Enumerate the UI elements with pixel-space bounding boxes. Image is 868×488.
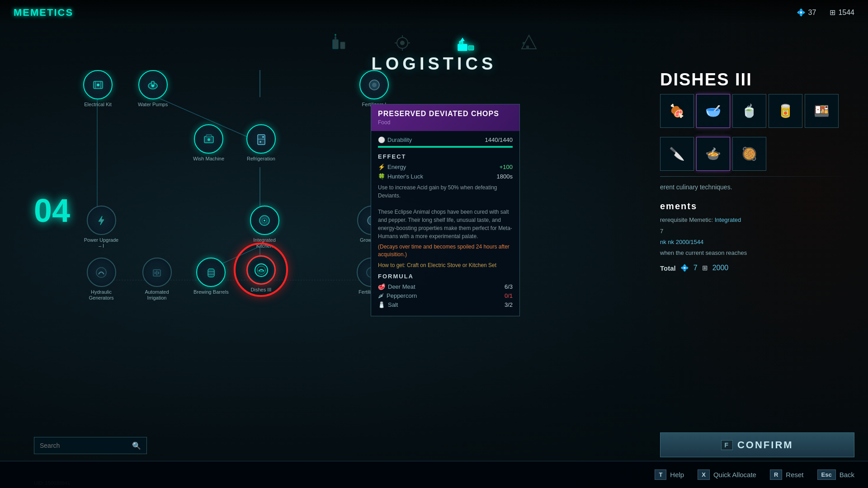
tab-category-4[interactable] <box>515 29 542 56</box>
food-thumb-1[interactable]: 🍖 <box>660 94 694 128</box>
node-label-wish-machine: Wish Machine <box>193 156 224 162</box>
search-bar[interactable]: 🔍 <box>34 437 147 454</box>
effect-luck-name: 🍀 Hunter's Luck <box>378 173 423 180</box>
action-reset[interactable]: R Reset <box>770 469 804 480</box>
total-season-icon: ⊞ <box>702 264 708 272</box>
node-fertilizers-i[interactable]: Fertilizers I <box>359 70 389 108</box>
node-water-pumps[interactable]: Water Pumps <box>138 70 168 108</box>
section-title: LOGISTICS <box>0 54 868 74</box>
deer-meat-icon: 🥩 <box>378 283 385 290</box>
confirm-button[interactable]: F CONFIRM <box>660 432 854 457</box>
ingredient-deer-meat-count: 6/3 <box>505 283 513 290</box>
decay-warning: (Decays over time and becomes spoiled 24… <box>378 243 513 258</box>
node-icon-auto-irrigation <box>142 258 172 287</box>
rank-label: 7 <box>660 228 663 235</box>
node-label-electrical-kit: Electrical Kit <box>84 102 112 108</box>
svg-rect-0 <box>333 40 338 49</box>
ingredient-peppercorn-name: 🌶 Peppercorn <box>378 292 417 299</box>
ingredient-deer-meat-name: 🥩 Deer Meat <box>378 283 415 290</box>
node-dishes-iii[interactable]: Dishes III <box>246 255 276 293</box>
svg-rect-11 <box>458 44 467 51</box>
food-thumb-3[interactable]: 🍵 <box>732 94 766 128</box>
rank-numbers: nk 2000/1544 <box>668 239 703 245</box>
node-power-upgrade[interactable]: Power Upgrade – I <box>83 206 119 249</box>
action-help[interactable]: T Help <box>655 469 684 480</box>
effect-energy-value: +100 <box>500 164 513 170</box>
food-thumb-5[interactable]: 🍱 <box>805 94 839 128</box>
svg-point-6 <box>400 41 405 45</box>
description-text: erent culinary techniques. <box>660 182 854 192</box>
energy-icon: ⚡ <box>378 164 385 170</box>
food-popup: PRESERVED DEVIATED CHOPS Food ⚪ Durabili… <box>371 104 520 316</box>
node-icon-wish-machine <box>194 124 223 154</box>
node-hydraulic-gen[interactable]: Hydraulic Generators <box>83 258 119 301</box>
node-wish-machine[interactable]: Wish Machine <box>193 124 224 162</box>
durability-fill <box>378 146 513 148</box>
node-label-hydraulic-gen: Hydraulic Generators <box>83 289 119 301</box>
top-bar: MEMETICS 💠 37 ⊞ 1544 <box>0 0 868 25</box>
search-input[interactable] <box>40 442 128 449</box>
durability-label: ⚪ Durability <box>378 136 412 143</box>
help-label: Help <box>670 471 684 479</box>
action-quick-allocate[interactable]: X Quick Allocate <box>698 469 756 480</box>
tech-tree: Electrical Kit Water Pumps Fertilizers I… <box>34 70 402 461</box>
svg-rect-14 <box>468 46 474 50</box>
search-icon: 🔍 <box>132 441 141 450</box>
food-thumb-8[interactable]: 🥘 <box>732 137 766 171</box>
ingredient-salt-name: 🧂 Salt <box>378 301 398 308</box>
durability-icon: ⚪ <box>378 136 385 143</box>
ingredient-salt-count: 3/2 <box>505 301 513 308</box>
svg-rect-37 <box>258 135 265 145</box>
svg-point-39 <box>262 136 264 138</box>
node-integrated-kitchen[interactable]: Integrated Kitchen <box>246 206 283 249</box>
effect-energy: ⚡ Energy +100 <box>378 164 513 170</box>
currency2-value: 1544 <box>838 9 854 17</box>
node-icon-power-upgrade <box>87 206 116 235</box>
svg-point-3 <box>335 34 336 36</box>
ingredient-peppercorn-count: 0/1 <box>505 292 513 299</box>
total-season-value: 2000 <box>712 264 729 272</box>
season-row: when the current season reaches <box>660 249 854 257</box>
tab-category-2[interactable] <box>389 29 416 56</box>
durability-row: ⚪ Durability 1440/1440 <box>378 136 513 143</box>
ingredient-salt: 🧂 Salt 3/2 <box>378 301 513 308</box>
node-refrigeration[interactable]: Refrigeration <box>246 124 276 162</box>
svg-point-52 <box>259 271 264 272</box>
formula-title: FORMULA <box>378 273 513 280</box>
food-thumb-4[interactable]: 🥫 <box>769 94 802 128</box>
svg-marker-13 <box>460 38 465 41</box>
node-brewing-barrels[interactable]: Brewing Barrels <box>193 258 229 295</box>
svg-point-28 <box>97 84 99 86</box>
svg-rect-12 <box>459 41 463 45</box>
node-electrical-kit[interactable]: Electrical Kit <box>83 70 113 108</box>
food-thumb-6[interactable]: 🔪 <box>660 137 694 171</box>
confirm-key: F <box>721 440 733 450</box>
food-thumb-7[interactable]: 🍲 <box>696 137 730 171</box>
food-items-row-1: 🍖 🥣 🍵 🥫 🍱 <box>660 94 854 128</box>
node-label-power-upgrade: Power Upgrade – I <box>83 237 119 249</box>
quick-allocate-label: Quick Allocate <box>713 471 756 479</box>
action-back[interactable]: Esc Back <box>817 469 855 480</box>
svg-point-31 <box>151 84 154 87</box>
svg-marker-40 <box>99 216 104 225</box>
food-thumb-2[interactable]: 🥣 <box>696 94 730 128</box>
durability-bar <box>378 146 513 148</box>
node-icon-hydraulic-gen <box>87 258 116 287</box>
tab-category-1[interactable] <box>326 29 353 56</box>
reset-label: Reset <box>786 471 803 479</box>
quick-allocate-key: X <box>698 469 710 480</box>
currency1-display: 💠 37 <box>797 8 816 17</box>
svg-point-36 <box>208 138 210 141</box>
game-title: MEMETICS <box>14 7 73 19</box>
node-auto-irrigation[interactable]: Automated Irrigation <box>139 258 175 301</box>
svg-rect-47 <box>208 269 214 277</box>
node-icon-water-pumps <box>138 70 168 99</box>
effect-hunters-luck: 🍀 Hunter's Luck 1800s <box>378 173 513 180</box>
node-icon-dishes-iii <box>246 255 276 285</box>
food-popup-title: PRESERVED DEVIATED CHOPS <box>378 110 513 118</box>
level-badge: 04 <box>34 194 70 227</box>
food-description: Use to increase Acid gain by 50% when de… <box>378 183 513 240</box>
svg-rect-4 <box>340 42 345 49</box>
right-content-panel: DISHES III 🍖 🥣 🍵 🥫 🍱 🔪 🍲 🥘 erent culinar… <box>660 70 854 272</box>
tab-category-logistics[interactable] <box>452 29 479 56</box>
